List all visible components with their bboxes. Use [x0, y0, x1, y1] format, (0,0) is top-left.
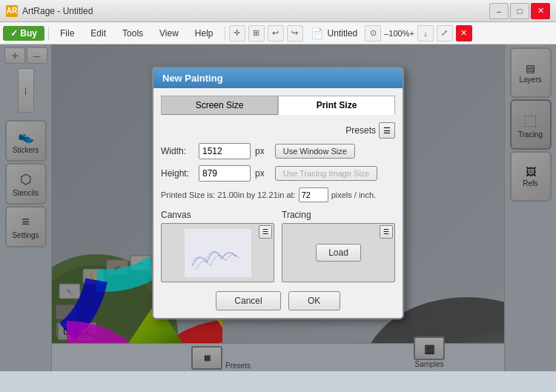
tab-print-size[interactable]: Print Size: [278, 96, 395, 115]
ok-button[interactable]: OK: [288, 291, 340, 310]
menu-file[interactable]: File: [53, 25, 82, 41]
title-bar-controls: – □ ✕: [489, 3, 550, 19]
doc-title-area: 📄 Untitled: [311, 27, 358, 39]
doc-title: Untitled: [328, 28, 358, 39]
minimize-button[interactable]: –: [489, 3, 509, 19]
width-row: Width: px Use Window Size: [161, 143, 395, 159]
close-button[interactable]: ✕: [531, 3, 550, 19]
canvas-menu-button[interactable]: ☰: [259, 225, 272, 239]
presets-row: Presets ☰: [161, 122, 395, 139]
height-input[interactable]: [199, 165, 251, 182]
canvas-sketch-svg: [185, 229, 251, 277]
width-label: Width:: [161, 146, 194, 156]
menu-view[interactable]: View: [152, 25, 186, 41]
width-input[interactable]: [199, 143, 251, 159]
use-tracing-image-size-button[interactable]: Use Tracing Image Size: [275, 166, 378, 181]
menu-help[interactable]: Help: [188, 25, 221, 41]
dialog-title: New Painting: [153, 68, 403, 88]
tracing-preview-box: ☰ Load: [282, 223, 395, 282]
zoom-expand-button[interactable]: ⤢: [437, 25, 453, 41]
dialog-overlay: New Painting Screen Size Print Size Pres…: [0, 44, 556, 371]
tracing-panel-label: Tracing: [282, 210, 395, 220]
zoom-level: –100%+: [384, 29, 414, 38]
dialog-tabs: Screen Size Print Size: [161, 96, 395, 115]
tracing-panel: Tracing ☰ Load: [282, 210, 395, 282]
move-icon[interactable]: ✛: [229, 25, 245, 41]
print-size-text: Printed Size is: 21.00in by 12.21in at:: [161, 190, 296, 199]
menu-icons: ✛ ⊞ ↩ ↪: [229, 25, 303, 41]
zoom-close-button[interactable]: ✕: [456, 25, 472, 41]
dpi-input[interactable]: [299, 187, 328, 202]
title-bar: AR ArtRage - Untitled – □ ✕: [0, 0, 556, 22]
canvas-tracing-panels: Canvas ☰: [161, 210, 395, 282]
buy-button[interactable]: ✓ Buy: [3, 26, 44, 41]
app-icon: AR: [6, 5, 18, 17]
dialog-body: Screen Size Print Size Presets ☰ Width: …: [153, 88, 403, 318]
width-unit: px: [255, 146, 265, 156]
cancel-button[interactable]: Cancel: [216, 291, 280, 310]
grid-icon[interactable]: ⊞: [248, 25, 265, 41]
new-painting-dialog: New Painting Screen Size Print Size Pres…: [152, 67, 404, 319]
canvas-panel: Canvas ☰: [161, 210, 274, 282]
menu-tools[interactable]: Tools: [115, 25, 150, 41]
maximize-button[interactable]: □: [510, 3, 529, 19]
menu-bar: ✓ Buy File Edit Tools View Help ✛ ⊞ ↩ ↪ …: [0, 22, 556, 44]
height-label: Height:: [161, 168, 194, 179]
dialog-buttons: Cancel OK: [161, 291, 395, 310]
title-bar-text: ArtRage - Untitled: [22, 6, 489, 16]
separator2: [225, 27, 225, 40]
height-row: Height: px Use Tracing Image Size: [161, 165, 395, 182]
canvas-panel-label: Canvas: [161, 210, 274, 220]
undo-button[interactable]: ↩: [268, 25, 284, 41]
height-unit: px: [255, 168, 265, 179]
zoom-controls: ⊙ –100%+ ↓ ⤢ ✕: [365, 25, 472, 41]
load-button[interactable]: Load: [316, 244, 361, 262]
zoom-export-button[interactable]: ↓: [417, 25, 434, 41]
tracing-menu-button[interactable]: ☰: [380, 225, 393, 239]
main-area: ✛ — | 👟 Stickers ⬡ Stencils ≡ Settings: [0, 44, 556, 371]
use-window-size-button[interactable]: Use Window Size: [275, 144, 355, 159]
redo-button[interactable]: ↪: [287, 25, 303, 41]
dpi-unit: pixels / inch.: [331, 190, 377, 199]
presets-menu-button[interactable]: ☰: [379, 122, 395, 139]
zoom-fit-button[interactable]: ⊙: [365, 25, 381, 41]
presets-label: Presets: [345, 125, 376, 136]
canvas-preview-box: ☰: [161, 223, 274, 282]
print-size-info: Printed Size is: 21.00in by 12.21in at: …: [161, 187, 395, 202]
separator: [48, 27, 49, 40]
menu-edit[interactable]: Edit: [83, 25, 113, 41]
tab-screen-size[interactable]: Screen Size: [161, 96, 278, 115]
